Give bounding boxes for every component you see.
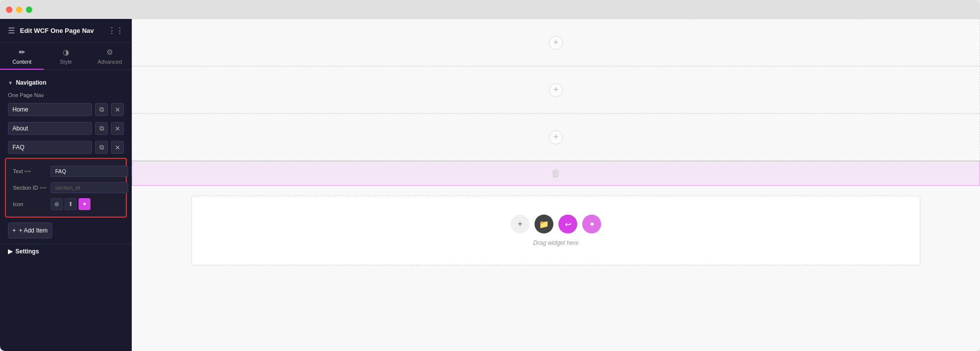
canvas-row-active[interactable]: 🗑 — [132, 161, 980, 186]
nav-item-home-copy[interactable]: ⧉ — [95, 103, 108, 116]
nav-item-faq-delete[interactable]: ✕ — [111, 141, 124, 154]
text-label-text: Text — [13, 168, 23, 174]
text-field-row: Text ⟺ 🗑 — [10, 163, 122, 180]
section-id-label: Section ID ⟺ — [13, 185, 48, 191]
text-field-input[interactable] — [51, 166, 128, 177]
titlebar — [0, 0, 980, 19]
nav-item-faq-copy[interactable]: ⧉ — [95, 141, 108, 154]
section-id-input[interactable] — [51, 182, 128, 193]
settings-label: Settings — [15, 248, 39, 255]
app-window: ☰ Edit WCF One Page Nav ⋮⋮ ✏ Content ◑ S… — [0, 0, 980, 351]
widget-drop-zone: + 📁 ↩ ✦ Drag widget here — [191, 196, 920, 265]
tab-content[interactable]: ✏ Content — [0, 43, 44, 70]
add-section-btn-1[interactable]: + — [549, 36, 563, 50]
navigation-section-header[interactable]: ▼ Navigation — [0, 75, 132, 90]
hamburger-icon[interactable]: ☰ — [8, 26, 15, 35]
text-resize-icon: ⟺ — [24, 169, 31, 174]
icon-buttons-group: ⊛ ⬆ ✦ — [51, 198, 90, 210]
icon-btn-upload[interactable]: ⬆ — [65, 198, 77, 210]
nav-item-about: ⧉ ✕ — [0, 120, 132, 137]
icon-field-row: Icon ⊛ ⬆ ✦ — [10, 196, 122, 213]
nav-item-home-delete[interactable]: ✕ — [111, 103, 124, 116]
widget-btn-add[interactable]: + — [511, 215, 530, 234]
section-id-field-row: Section ID ⟺ — [10, 180, 122, 196]
add-item-plus: + — [12, 227, 16, 234]
nav-item-about-copy[interactable]: ⧉ — [95, 122, 108, 135]
canvas-row-2[interactable]: + — [132, 66, 980, 114]
section-id-label-text: Section ID — [13, 185, 38, 191]
canvas-trash-icon: 🗑 — [551, 168, 561, 179]
maximize-button[interactable] — [26, 6, 32, 13]
sidebar-content: ▼ Navigation One Page Nav ⧉ ✕ ⧉ ✕ — [0, 70, 132, 351]
grid-icon[interactable]: ⋮⋮ — [108, 26, 124, 35]
canvas-area: + + + 🗑 + 📁 ↩ ✦ Drag — [132, 19, 980, 351]
content-tab-icon: ✏ — [19, 48, 25, 57]
tab-advanced[interactable]: ⚙ Advanced — [88, 43, 132, 70]
settings-section[interactable]: ▶ Settings — [0, 243, 132, 259]
icon-label: Icon — [13, 201, 48, 207]
nav-section-arrow: ▼ — [8, 80, 13, 86]
advanced-tab-icon: ⚙ — [106, 48, 113, 57]
canvas-row-3[interactable]: + — [132, 114, 980, 161]
nav-item-faq: ⧉ ✕ — [0, 139, 132, 156]
add-section-btn-2[interactable]: + — [549, 83, 563, 97]
nav-section-label: Navigation — [16, 79, 46, 86]
widget-btn-folder[interactable]: 📁 — [535, 215, 553, 234]
tabs-row: ✏ Content ◑ Style ⚙ Advanced — [0, 43, 132, 70]
sidebar-header: ☰ Edit WCF One Page Nav ⋮⋮ — [0, 19, 132, 43]
add-section-btn-3[interactable]: + — [549, 130, 563, 144]
nav-item-about-input[interactable] — [8, 122, 92, 135]
nav-item-home: ⧉ ✕ — [0, 101, 132, 118]
nav-item-faq-input[interactable] — [8, 141, 92, 154]
content-tab-label: Content — [12, 59, 32, 65]
widget-btn-sparkle[interactable]: ✦ — [582, 215, 601, 234]
add-item-label: + Add Item — [19, 227, 48, 234]
sidebar-header-left: ☰ Edit WCF One Page Nav — [8, 26, 94, 35]
nav-item-about-delete[interactable]: ✕ — [111, 122, 124, 135]
icon-btn-star[interactable]: ✦ — [79, 198, 90, 210]
close-button[interactable] — [6, 6, 12, 13]
section-id-resize-icon: ⟺ — [40, 185, 46, 190]
widget-btn-cursor[interactable]: ↩ — [558, 215, 577, 234]
settings-arrow: ▶ — [8, 248, 12, 255]
sidebar-title: Edit WCF One Page Nav — [20, 27, 94, 34]
minimize-button[interactable] — [16, 6, 22, 13]
drag-widget-text: Drag widget here — [533, 239, 578, 246]
text-field-label: Text ⟺ — [13, 168, 48, 174]
widget-buttons: + 📁 ↩ ✦ — [511, 215, 601, 234]
add-item-button[interactable]: + + Add Item — [8, 223, 52, 238]
expanded-faq-panel: Text ⟺ 🗑 Section ID ⟺ — [5, 158, 127, 218]
advanced-tab-label: Advanced — [97, 59, 122, 65]
icon-btn-clock[interactable]: ⊛ — [51, 198, 63, 210]
tab-style[interactable]: ◑ Style — [44, 43, 88, 70]
sidebar: ☰ Edit WCF One Page Nav ⋮⋮ ✏ Content ◑ S… — [0, 19, 132, 351]
traffic-lights — [6, 6, 32, 13]
style-tab-label: Style — [60, 59, 72, 65]
one-page-nav-label: One Page Nav — [0, 90, 132, 101]
canvas-row-1[interactable]: + — [132, 19, 980, 66]
main-area: ☰ Edit WCF One Page Nav ⋮⋮ ✏ Content ◑ S… — [0, 19, 980, 351]
style-tab-icon: ◑ — [63, 48, 69, 57]
nav-item-home-input[interactable] — [8, 103, 92, 116]
